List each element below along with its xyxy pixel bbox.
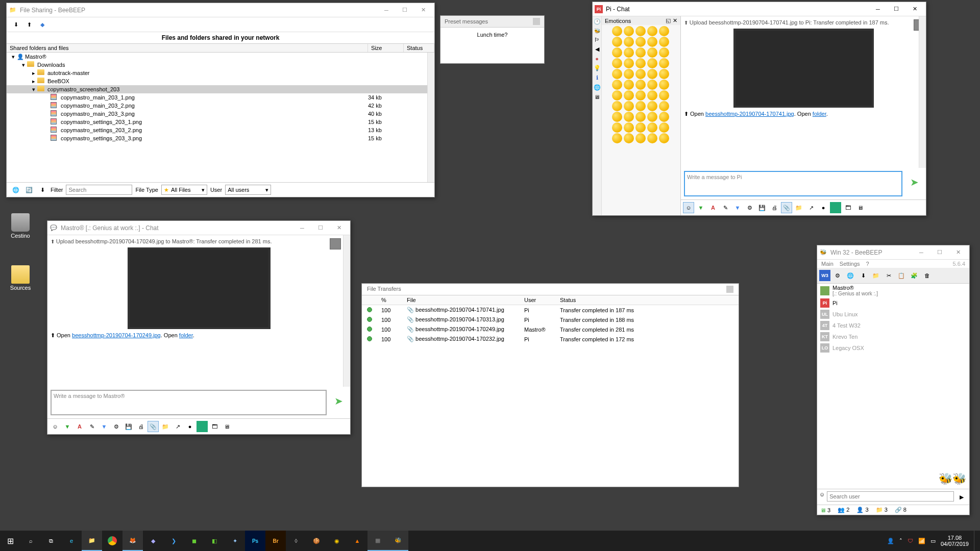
font-button[interactable]: A (707, 202, 719, 213)
scrollbar[interactable] (919, 16, 926, 168)
screenshot-thumbnail[interactable] (733, 29, 874, 108)
emoticon[interactable] (612, 58, 622, 68)
emoticon[interactable] (647, 80, 657, 90)
app-icon-4[interactable]: ✦ (225, 531, 245, 551)
firefox-icon[interactable]: 🦊 (122, 531, 143, 551)
col-pct[interactable]: % (377, 295, 403, 305)
color-button[interactable]: ▼ (62, 421, 73, 432)
emoticon[interactable] (647, 101, 657, 111)
file-row[interactable]: copymastro_main_203_1.png34 kb (7, 93, 434, 102)
maximize-button[interactable]: ☐ (887, 3, 905, 16)
emoticon[interactable] (659, 101, 669, 111)
app-icon-2[interactable]: ◼ (184, 531, 204, 551)
globe-icon[interactable]: 🌐 (845, 270, 856, 281)
preset-titlebar[interactable]: Preset messages (440, 16, 544, 28)
emoticon[interactable] (612, 122, 622, 133)
trash-icon[interactable]: 🗑 (921, 270, 933, 281)
filter-button[interactable]: ▼ (99, 421, 110, 432)
tray-shield-icon[interactable]: 🛡 (908, 538, 913, 544)
col-name[interactable]: Shared folders and files (7, 44, 368, 52)
window-button[interactable]: 🗔 (842, 202, 853, 213)
folder-beebox[interactable]: BeeBOX (47, 78, 69, 84)
transfer-row[interactable]: 100📎 beesshottmp-20190704-170249.jpgMast… (362, 324, 739, 334)
user-list[interactable]: 🐝🐝 Mastro®[.: Genius at work :.]PiPiULUb… (817, 284, 969, 489)
folder-screenshots[interactable]: copymastro_screenshot_203 (47, 86, 119, 92)
emoticon[interactable] (635, 133, 646, 143)
file-link[interactable]: beesshottmp-20190704-170249.jpg (72, 332, 161, 338)
expand-icon[interactable]: ▾ (10, 54, 17, 60)
expand-icon[interactable]: ▾ (20, 62, 27, 68)
emoticon[interactable] (647, 37, 657, 47)
minimize-button[interactable]: ─ (912, 246, 930, 259)
mastro-message-input[interactable]: Write a message to Mastro® (51, 390, 327, 415)
vlc-icon[interactable]: ▲ (347, 531, 368, 551)
emoticon[interactable] (659, 122, 669, 133)
emoticon[interactable] (624, 122, 634, 133)
emoticon[interactable] (612, 101, 622, 111)
screenshot-button[interactable] (197, 421, 208, 432)
minimize-button[interactable]: ─ (377, 4, 396, 17)
gear-button[interactable]: ⚙ (744, 202, 755, 213)
file-row[interactable]: copymastro_main_203_3.png40 kb (7, 110, 434, 118)
maximize-button[interactable]: ☐ (311, 221, 330, 235)
preset-message[interactable]: Lunch time? (477, 32, 508, 38)
flag-icon[interactable]: 🏳 (594, 37, 600, 43)
close-button[interactable]: ✕ (949, 246, 967, 259)
col-status[interactable]: Status (556, 295, 739, 305)
folder-button[interactable]: 📁 (793, 202, 804, 213)
folder-autotrack[interactable]: autotrack-master (47, 70, 90, 76)
emoticon[interactable] (635, 47, 646, 58)
emoticon[interactable] (647, 58, 657, 68)
emoticon[interactable] (624, 37, 634, 47)
emoticon[interactable] (647, 133, 657, 143)
maximize-button[interactable]: ☐ (930, 246, 949, 259)
search-button[interactable]: ⌕ (20, 531, 41, 551)
spell-button[interactable]: ✎ (720, 202, 731, 213)
menu-settings[interactable]: Settings (840, 261, 860, 267)
user-avatar[interactable] (330, 238, 341, 249)
emoticon[interactable] (624, 133, 634, 143)
scrollbar[interactable] (427, 53, 434, 182)
gear-button[interactable]: ⚙ (111, 421, 122, 432)
share-button[interactable]: ↗ (172, 421, 183, 432)
powershell-icon[interactable]: ❯ (163, 531, 184, 551)
ball-icon[interactable]: ● (595, 56, 599, 62)
app-icon-5[interactable]: ◊ (286, 531, 306, 551)
scrollbar[interactable] (343, 235, 350, 387)
pi-chat-titlebar[interactable]: Pi Pi - Chat ─ ☐ ✕ (593, 2, 926, 16)
misc-icon[interactable]: ◀ (595, 46, 599, 53)
emoticon[interactable] (624, 90, 634, 101)
search-user-input[interactable] (827, 491, 954, 502)
share-button[interactable]: ↗ (805, 202, 817, 213)
expand-icon[interactable]: ▸ (30, 78, 37, 85)
emoticon[interactable] (647, 26, 657, 36)
attach-button[interactable]: 📎 (148, 421, 159, 432)
globe-icon[interactable]: 🌐 (11, 185, 21, 195)
emoticon[interactable] (659, 37, 669, 47)
emoticon[interactable] (635, 58, 646, 68)
emoticon[interactable] (659, 90, 669, 101)
emoticon[interactable] (647, 122, 657, 133)
emoticon[interactable] (647, 47, 657, 58)
folder-button[interactable]: 📁 (160, 421, 171, 432)
emoticon[interactable] (647, 112, 657, 122)
filter-button[interactable]: ▼ (732, 202, 743, 213)
window-button[interactable]: 🗔 (209, 421, 220, 432)
emoticon[interactable] (647, 90, 657, 101)
emoticon[interactable] (624, 101, 634, 111)
emoticon[interactable] (635, 37, 646, 47)
file-row[interactable]: copymastro_main_203_2.png42 kb (7, 102, 434, 110)
file-link[interactable]: beesshottmp-20190704-170741.jpg (705, 111, 794, 117)
emoticon[interactable] (612, 26, 622, 36)
emoticon[interactable] (647, 69, 657, 79)
menu-help[interactable]: ? (866, 261, 869, 267)
font-button[interactable]: A (74, 421, 85, 432)
refresh-icon[interactable]: 🔄 (24, 185, 34, 195)
emoji-button[interactable]: ☺ (683, 202, 694, 213)
minimize-button[interactable]: ─ (293, 221, 311, 235)
emoticon[interactable] (612, 69, 622, 79)
close-button[interactable]: ✕ (414, 4, 432, 17)
screenshot-button[interactable] (830, 202, 841, 213)
col-size[interactable]: Size (368, 44, 404, 52)
tray-clock[interactable]: 17.08 04/07/2019 (941, 535, 969, 547)
